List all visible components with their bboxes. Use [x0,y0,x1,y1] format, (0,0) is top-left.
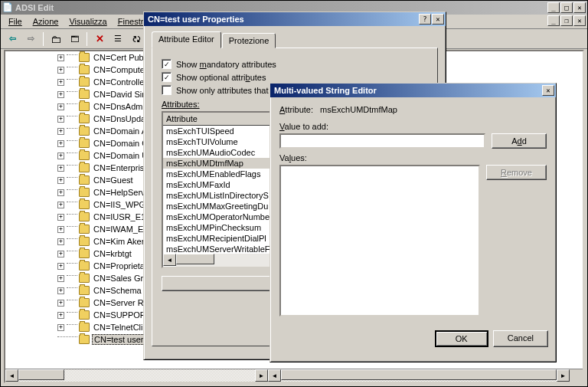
editor-attr-value: msExchUMDtmfMap [320,105,397,114]
menu-file[interactable]: File [4,15,27,28]
tree-label: CN=Guest [92,175,135,185]
expand-icon[interactable]: + [57,67,64,74]
menu-visualizza[interactable]: Visualizza [64,15,111,28]
folder-icon [79,225,90,234]
forward-button[interactable]: ⇨ [22,31,39,48]
props-close-button[interactable]: ✕ [432,14,444,25]
expand-icon[interactable]: + [57,177,64,184]
show-pane-button[interactable]: 🗔 [66,31,83,48]
values-listbox[interactable] [279,165,480,316]
expand-icon[interactable]: + [57,189,64,196]
expand-icon[interactable]: + [57,202,64,208]
editor-titlebar[interactable]: Multi-valued String Editor ✕ [270,84,556,97]
delete-button[interactable]: ✕ [91,31,108,48]
expand-icon[interactable]: + [57,287,64,294]
chk-optional-label: Show optional attributes [176,73,266,82]
tree-label: CN=test user [92,334,146,345]
expand-icon[interactable]: + [57,116,64,123]
scroll-right2-button[interactable]: ► [557,369,570,382]
folder-icon [79,274,90,283]
properties-titlebar[interactable]: CN=test user Properties ? ✕ [144,12,446,26]
expand-icon[interactable]: + [57,312,64,319]
expand-icon[interactable]: + [57,128,64,135]
folder-icon [79,53,90,62]
up-button[interactable]: 🗀 [47,31,64,48]
folder-icon [79,310,90,320]
expand-icon[interactable]: + [57,54,64,61]
folder-icon [79,212,90,221]
attr-scroll-thumb[interactable] [176,254,214,264]
minimize-button[interactable]: _ [547,2,560,13]
folder-icon [79,139,90,148]
expand-icon[interactable]: + [57,165,64,172]
folder-icon [79,163,90,172]
scroll-left-button[interactable]: ◄ [5,369,18,382]
attr-scroll-left[interactable]: ◄ [163,254,176,266]
expand-icon[interactable]: + [57,324,64,331]
expand-icon[interactable]: + [57,140,64,147]
app-icon: 📄 [2,2,13,13]
mdi-restore-button[interactable]: ❐ [560,15,573,26]
tree-label: CN=krbtgt [92,249,133,258]
value-to-add-label: Value to add: [279,122,547,131]
folder-icon [79,114,90,123]
maximize-button[interactable]: □ [560,2,573,13]
chk-optional[interactable]: ✓ [162,72,172,82]
editor-title: Multi-valued String Editor [272,86,542,95]
folder-icon [79,237,90,246]
scroll-thumb-2[interactable] [281,369,557,380]
expand-icon[interactable]: + [57,238,64,245]
expand-icon[interactable]: + [57,275,64,282]
expand-icon[interactable]: + [57,103,64,110]
values-label: Values: [279,153,547,162]
chk-mandatory-label: Show mandatory attributes [176,60,276,69]
folder-icon [79,286,90,295]
mdi-close-button[interactable]: ✕ [573,15,586,26]
folder-icon [79,90,90,99]
expand-icon[interactable]: + [57,251,64,257]
folder-icon [79,298,90,307]
editor-close-button[interactable]: ✕ [542,85,554,96]
folder-icon [79,102,90,111]
folder-icon [79,151,90,160]
expand-icon[interactable]: + [57,91,64,98]
chk-only-values[interactable] [162,85,172,95]
folder-icon [79,261,90,271]
editor-attr-label: Attribute: [279,105,313,114]
ok-button[interactable]: OK [435,330,488,347]
remove-button[interactable]: Remove [486,165,547,180]
expand-icon[interactable]: + [57,226,64,233]
value-to-add-input[interactable] [279,133,485,149]
properties-title: CN=test user Properties [145,15,419,24]
chk-mandatory[interactable]: ✓ [162,59,172,69]
menu-azione[interactable]: Azione [28,15,64,28]
expand-icon[interactable]: + [57,263,64,270]
multivalue-editor-dialog: Multi-valued String Editor ✕ Attribute: … [270,83,557,362]
folder-icon [79,65,90,74]
tab-attribute-editor[interactable]: Attribute Editor [152,31,221,48]
back-button[interactable]: ⇦ [4,31,21,48]
tab-protezione[interactable]: Protezione [222,33,276,48]
close-button[interactable]: ✕ [573,2,586,13]
help-button[interactable]: ? [419,14,431,25]
chk-only-values-label: Show only attributes that [176,86,268,95]
tabs: Attribute Editor Protezione [152,33,438,48]
folder-icon [79,323,90,332]
cancel-button[interactable]: Cancel [493,330,548,347]
expand-icon[interactable]: + [57,214,64,221]
scroll-right-button[interactable]: ► [255,369,268,382]
tree-label: CN=IIS_WPG [92,200,147,209]
folder-icon [79,126,90,136]
scroll-left2-button[interactable]: ◄ [268,369,281,382]
expand-icon[interactable]: + [57,153,64,159]
mdi-minimize-button[interactable]: _ [547,15,560,26]
folder-icon [79,188,90,197]
properties-button[interactable]: ☰ [109,31,126,48]
refresh-button[interactable]: 🗘 [128,31,145,48]
expand-icon[interactable]: + [57,300,64,307]
scroll-thumb[interactable] [18,369,64,380]
expand-icon[interactable]: + [57,79,64,86]
tree-label: CN=Kim Akers [92,237,150,246]
add-button[interactable]: Add [492,133,547,149]
tree-hscroll[interactable]: ◄ ► ◄ ► [5,369,583,382]
